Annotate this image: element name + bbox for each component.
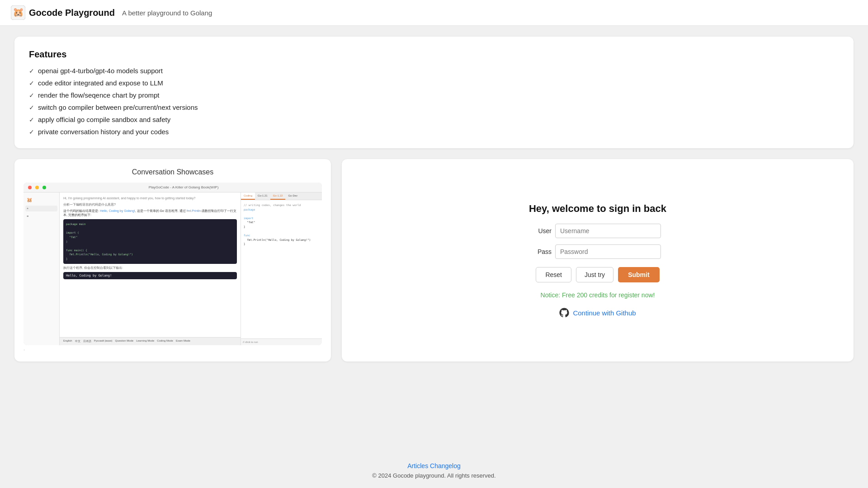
minimize-dot	[35, 186, 39, 189]
ss-body: 🐹 + ≡ Hi, I'm golang programming AI assi…	[24, 192, 322, 345]
list-item: ✓ render the flow/seqence chart by promp…	[29, 91, 839, 99]
reset-button[interactable]: Reset	[536, 267, 571, 282]
ss-topbar: PlayGoCode - A Killer of Golang Book(WIP…	[24, 183, 322, 192]
list-item: ✓ code editor integrated and expose to L…	[29, 79, 839, 87]
features-list: ✓ openai gpt-4-turbo/gpt-4o models suppo…	[29, 67, 839, 136]
pass-label: Pass	[534, 248, 552, 255]
list-item: ✓ openai gpt-4-turbo/gpt-4o models suppo…	[29, 67, 839, 75]
submit-button[interactable]: Submit	[618, 267, 659, 282]
ss-mode-learning[interactable]: Learning Mode	[136, 339, 154, 343]
ss-tab-go122[interactable]: Go-1.22	[270, 192, 286, 200]
ss-tab-go121[interactable]: Go-1.21	[255, 192, 270, 200]
showcase-note: ·	[24, 347, 322, 352]
login-buttons: Reset Just try Submit	[534, 267, 661, 282]
ss-tab-godev[interactable]: Go-Dev	[285, 192, 300, 200]
check-icon: ✓	[29, 104, 34, 111]
ss-chat-user-message: 分析一下编程语言的代码是什么意思?	[63, 202, 237, 207]
github-icon	[559, 308, 569, 318]
check-icon: ✓	[29, 128, 34, 136]
github-login-link[interactable]: Continue with Github	[559, 308, 636, 318]
list-item: ✓ switch go compiler between pre/current…	[29, 103, 839, 111]
check-icon: ✓	[29, 67, 34, 75]
logo-area: 🐹 Gocode Playground A better playground …	[11, 5, 212, 20]
user-field: User	[534, 224, 661, 238]
site-subtitle: A better playground to Golang	[122, 9, 212, 17]
check-icon: ✓	[29, 92, 34, 99]
github-label: Continue with Github	[573, 309, 636, 317]
ss-right-panel: Coding Go-1.21 Go-1.22 Go-Dev // writing…	[241, 192, 322, 345]
pass-field: Pass	[534, 244, 661, 259]
ss-sidebar: 🐹 + ≡	[24, 192, 60, 345]
ss-sidebar-item: ≡	[25, 213, 57, 219]
main-content: Features ✓ openai gpt-4-turbo/gpt-4o mod…	[0, 26, 868, 453]
ss-run-area[interactable]: // click to run	[241, 338, 322, 345]
ss-chat-area: Hi, I'm golang programming AI assistant,…	[60, 192, 241, 337]
ss-code-block: package main import ( "fmt" ) func main(…	[63, 219, 237, 263]
password-input[interactable]	[555, 244, 661, 259]
expand-dot	[42, 186, 46, 189]
ss-title: PlayGoCode - A Killer of Golang Book(WIP…	[50, 185, 317, 189]
footer: Articles Changelog © 2024 Gocode playgro…	[0, 453, 868, 488]
ss-bottom-bar: English 中文 日本語 Русский (вase) Question M…	[60, 337, 241, 345]
header: 🐹 Gocode Playground A better playground …	[0, 0, 868, 26]
copyright-text: © 2024 Gocode playground. All rights res…	[372, 472, 495, 479]
username-input[interactable]	[555, 224, 661, 238]
ss-lang-russian[interactable]: Русский (вase)	[94, 339, 113, 343]
changelog-link[interactable]: Articles Changelog	[407, 462, 461, 469]
showcase-screenshot: PlayGoCode - A Killer of Golang Book(WIP…	[24, 183, 322, 345]
ss-output-block: Hello, Coding by Golang!	[63, 272, 237, 279]
ss-chat-message: 这个代码的输出结果是是: Hello, Coding by Golang!, 这…	[63, 209, 237, 218]
ss-chat-followup: 执行这个程序, 你会在控制台看到以下输出:	[63, 266, 237, 270]
list-item: ✓ private conversation history and your …	[29, 128, 839, 136]
login-card: Hey, welcome to sign in back User Pass R…	[342, 159, 854, 361]
features-title: Features	[29, 49, 839, 60]
login-title: Hey, welcome to sign in back	[529, 203, 666, 215]
check-icon: ✓	[29, 80, 34, 87]
ss-lang-chinese[interactable]: 中文	[75, 339, 80, 343]
svg-text:🐹: 🐹	[13, 7, 24, 18]
check-icon: ✓	[29, 116, 34, 123]
ss-sidebar-item: +	[25, 206, 57, 211]
ss-output-text: Hello, Coding by Golang!	[66, 274, 234, 277]
showcase-title: Conversation Showcases	[24, 168, 322, 176]
list-item: ✓ apply official go compile sandbox and …	[29, 116, 839, 123]
user-label: User	[534, 227, 552, 235]
ss-mode-exam[interactable]: Exam Mode	[176, 339, 190, 343]
bottom-section: Conversation Showcases PlayGoCode - A Ki…	[14, 159, 854, 361]
ss-mode-question[interactable]: Question Mode	[115, 339, 133, 343]
ss-lang-japanese[interactable]: 日本語	[83, 339, 91, 343]
just-try-button[interactable]: Just try	[576, 267, 613, 282]
site-title: Gocode Playground	[29, 8, 115, 18]
close-dot	[28, 186, 32, 189]
login-form: User Pass Reset Just try Submit	[534, 224, 661, 282]
ss-chat-message: Hi, I'm golang programming AI assistant,…	[63, 196, 237, 201]
ss-sidebar-logo: 🐹	[25, 196, 57, 204]
ss-tab-bar: Coding Go-1.21 Go-1.22 Go-Dev	[241, 192, 322, 200]
showcase-card: Conversation Showcases PlayGoCode - A Ki…	[14, 159, 331, 361]
features-card: Features ✓ openai gpt-4-turbo/gpt-4o mod…	[14, 37, 854, 148]
ss-chat-main: Hi, I'm golang programming AI assistant,…	[60, 192, 241, 345]
ss-tab-coding[interactable]: Coding	[241, 192, 255, 200]
ss-mode-coding[interactable]: Coding Mode	[157, 339, 173, 343]
gocode-logo-icon: 🐹	[11, 5, 25, 20]
login-notice: Notice: Free 200 credits for register no…	[541, 291, 655, 299]
ss-code-editor: // writing codes, changes the world pack…	[241, 200, 322, 338]
ss-lang-english[interactable]: English	[63, 339, 72, 343]
